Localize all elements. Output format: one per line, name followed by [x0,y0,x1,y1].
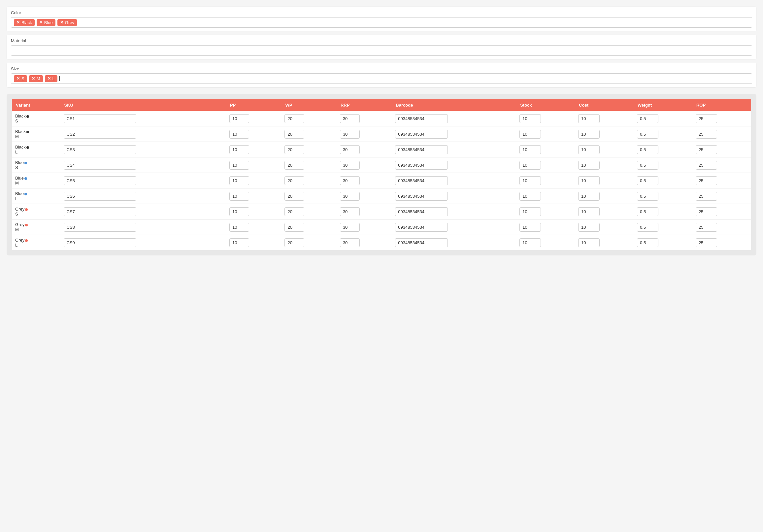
wp-input-7[interactable] [284,223,304,232]
weight-input-1[interactable] [637,130,658,139]
weight-input-8[interactable] [637,238,658,247]
rrp-input-6[interactable] [340,207,360,216]
rop-input-3[interactable] [696,161,717,169]
rrp-input-0[interactable] [340,114,360,123]
cost-input-2[interactable] [578,145,600,154]
rrp-input-3[interactable] [340,161,360,169]
cost-input-5[interactable] [578,192,600,201]
stock-input-6[interactable] [519,207,541,216]
rrp-input-1[interactable] [340,130,360,139]
rop-input-5[interactable] [696,192,717,201]
barcode-input-5[interactable] [395,192,448,201]
cost-input-3[interactable] [578,161,600,169]
stock-input-5[interactable] [519,192,541,201]
rrp-input-5[interactable] [340,192,360,201]
size-tag-l[interactable]: ✕L [45,75,57,82]
wp-input-5[interactable] [284,192,304,201]
wp-input-4[interactable] [284,176,304,185]
wp-input-2[interactable] [284,145,304,154]
color-input-row[interactable]: ✕Black✕Blue✕Grey [11,17,752,28]
sku-input-6[interactable] [64,207,136,216]
color-tag-blue[interactable]: ✕Blue [37,19,55,26]
stock-input-1[interactable] [519,130,541,139]
barcode-input-8[interactable] [395,238,448,247]
barcode-input-2[interactable] [395,145,448,154]
cost-input-0[interactable] [578,114,600,123]
weight-input-7[interactable] [637,223,658,232]
size-label-l: L [53,76,55,81]
rrp-input-2[interactable] [340,145,360,154]
variant-dot-0 [26,115,29,118]
sku-input-2[interactable] [64,145,136,154]
rop-input-6[interactable] [696,207,717,216]
stock-input-3[interactable] [519,161,541,169]
weight-input-0[interactable] [637,114,658,123]
rop-input-2[interactable] [696,145,717,154]
color-tag-black[interactable]: ✕Black [14,19,35,26]
pp-input-8[interactable] [229,238,249,247]
rop-input-7[interactable] [696,223,717,232]
barcode-input-4[interactable] [395,176,448,185]
pp-input-6[interactable] [229,207,249,216]
rop-input-0[interactable] [696,114,717,123]
sku-input-0[interactable] [64,114,136,123]
sku-input-5[interactable] [64,192,136,201]
cost-input-8[interactable] [578,238,600,247]
rrp-input-7[interactable] [340,223,360,232]
size-remove-l[interactable]: ✕ [48,76,51,80]
weight-input-6[interactable] [637,207,658,216]
cost-input-7[interactable] [578,223,600,232]
cost-input-6[interactable] [578,207,600,216]
cost-input-1[interactable] [578,130,600,139]
size-input-row[interactable]: ✕S✕M✕L [11,73,752,84]
rrp-input-4[interactable] [340,176,360,185]
barcode-input-0[interactable] [395,114,448,123]
size-tag-m[interactable]: ✕M [29,75,43,82]
weight-input-2[interactable] [637,145,658,154]
rop-input-1[interactable] [696,130,717,139]
stock-input-0[interactable] [519,114,541,123]
color-tag-grey[interactable]: ✕Grey [57,19,77,26]
tag-remove-grey[interactable]: ✕ [60,21,63,24]
wp-input-1[interactable] [284,130,304,139]
stock-input-7[interactable] [519,223,541,232]
barcode-input-6[interactable] [395,207,448,216]
pp-input-5[interactable] [229,192,249,201]
wp-input-0[interactable] [284,114,304,123]
barcode-input-1[interactable] [395,130,448,139]
stock-input-2[interactable] [519,145,541,154]
wp-input-3[interactable] [284,161,304,169]
rrp-input-8[interactable] [340,238,360,247]
rop-input-4[interactable] [696,176,717,185]
weight-input-4[interactable] [637,176,658,185]
sku-input-7[interactable] [64,223,136,232]
stock-input-4[interactable] [519,176,541,185]
tag-remove-blue[interactable]: ✕ [39,21,43,24]
tag-remove-black[interactable]: ✕ [17,21,20,24]
size-remove-m[interactable]: ✕ [32,76,35,80]
barcode-input-3[interactable] [395,161,448,169]
variant-dot-3 [24,162,27,164]
pp-input-3[interactable] [229,161,249,169]
stock-input-8[interactable] [519,238,541,247]
weight-input-5[interactable] [637,192,658,201]
pp-input-4[interactable] [229,176,249,185]
size-remove-s[interactable]: ✕ [17,76,20,80]
cost-input-4[interactable] [578,176,600,185]
pp-input-1[interactable] [229,130,249,139]
size-tag-s[interactable]: ✕S [14,75,27,82]
pp-input-0[interactable] [229,114,249,123]
sku-input-3[interactable] [64,161,136,169]
material-input-row[interactable] [11,45,752,56]
pp-input-7[interactable] [229,223,249,232]
weight-input-3[interactable] [637,161,658,169]
wp-input-8[interactable] [284,238,304,247]
variant-cell-8: GreyL [12,235,60,251]
pp-input-2[interactable] [229,145,249,154]
wp-input-6[interactable] [284,207,304,216]
sku-input-4[interactable] [64,176,136,185]
barcode-input-7[interactable] [395,223,448,232]
rop-input-8[interactable] [696,238,717,247]
sku-input-1[interactable] [64,130,136,139]
sku-input-8[interactable] [64,238,136,247]
